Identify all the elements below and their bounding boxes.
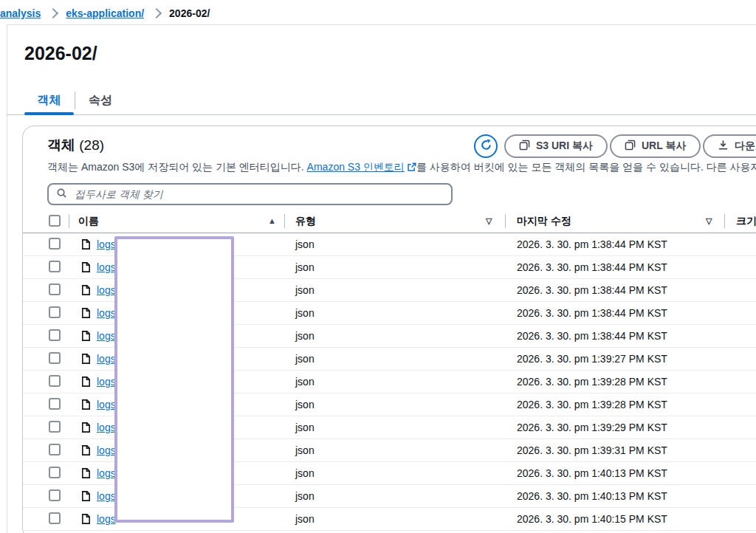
copy-url-label: URL 복사 [642, 140, 686, 153]
row-checkbox[interactable] [49, 444, 61, 455]
object-type: json [295, 485, 315, 507]
row-checkbox[interactable] [49, 421, 61, 433]
objects-count: (28) [79, 137, 104, 153]
column-divider [69, 214, 69, 228]
object-link[interactable]: logs [97, 439, 116, 461]
column-header-type[interactable]: 유형 [295, 210, 316, 231]
file-icon [80, 353, 92, 367]
file-icon [80, 422, 92, 436]
description-text: 객체는 Amazon S3에 저장되어 있는 기본 엔터티입니다. [47, 161, 307, 173]
object-type: json [295, 302, 315, 324]
copy-url-button[interactable]: URL 복사 [610, 134, 701, 158]
object-type: json [295, 279, 315, 301]
select-all-checkbox[interactable] [49, 215, 61, 227]
file-icon [80, 513, 92, 527]
inventory-link[interactable]: Amazon S3 인벤토리 [307, 161, 405, 173]
search-box [47, 183, 453, 205]
row-checkbox[interactable] [49, 238, 61, 250]
copy-s3-uri-button[interactable]: S3 URI 복사 [504, 134, 608, 158]
file-icon [80, 399, 92, 413]
object-link[interactable]: logs [97, 325, 116, 347]
object-modified: 2026. 3. 30. pm 1:38:44 PM KST [517, 279, 667, 301]
row-checkbox[interactable] [49, 489, 61, 501]
object-link[interactable]: logs [97, 462, 116, 484]
tabs-divider [7, 114, 756, 115]
file-icon [80, 284, 92, 298]
object-link[interactable]: logs [97, 233, 116, 255]
download-label: 다운로드 [735, 140, 756, 153]
file-icon [80, 376, 92, 390]
copy-s3-uri-label: S3 URI 복사 [536, 140, 593, 153]
row-checkbox[interactable] [49, 329, 61, 341]
object-link[interactable]: logs [97, 348, 116, 370]
search-icon [56, 188, 67, 202]
objects-heading: 객체 (28) [47, 136, 104, 155]
refresh-button[interactable] [474, 134, 498, 158]
file-icon [80, 261, 92, 275]
breadcrumb-link-analysis[interactable]: analysis [0, 7, 41, 19]
table-header: 이름 ▲ 유형 ▽ 마지막 수정 ▽ 크기 [23, 210, 756, 233]
object-type: json [295, 348, 315, 370]
redaction-overlay [114, 236, 234, 523]
tab-objects[interactable]: 객체 [24, 89, 74, 112]
row-checkbox[interactable] [49, 306, 61, 318]
breadcrumb-link-eks-application[interactable]: eks-application/ [66, 7, 144, 19]
object-link[interactable]: logs [97, 371, 116, 393]
object-modified: 2026. 3. 30. pm 1:39:31 PM KST [517, 439, 667, 461]
search-input[interactable] [73, 188, 444, 201]
object-modified: 2026. 3. 30. pm 1:40:13 PM KST [517, 485, 667, 507]
download-button[interactable]: 다운로드 [703, 134, 756, 158]
row-checkbox[interactable] [49, 467, 61, 478]
object-modified: 2026. 3. 30. pm 1:38:44 PM KST [517, 233, 667, 255]
breadcrumb-current: 2026-02/ [169, 7, 210, 19]
row-checkbox[interactable] [49, 352, 61, 364]
row-checkbox[interactable] [49, 283, 61, 295]
object-link[interactable]: logs [97, 416, 116, 439]
sort-ascending-icon[interactable]: ▲ [268, 210, 276, 231]
active-tab-indicator [24, 112, 74, 115]
object-link[interactable]: logs [97, 279, 116, 301]
objects-description: 객체는 Amazon S3에 저장되어 있는 기본 엔터티입니다. Amazon… [47, 161, 756, 174]
object-modified: 2026. 3. 30. pm 1:38:44 PM KST [517, 302, 667, 324]
object-link[interactable]: logs [97, 393, 116, 416]
sort-icon[interactable]: ▽ [486, 210, 492, 231]
copy-icon [625, 140, 636, 153]
object-link[interactable]: logs [97, 485, 116, 507]
column-header-name[interactable]: 이름 [78, 210, 99, 231]
breadcrumb-separator-icon [48, 8, 58, 18]
column-divider [724, 214, 725, 228]
breadcrumb-separator-icon [151, 8, 162, 18]
object-modified: 2026. 3. 30. pm 1:38:44 PM KST [517, 256, 667, 278]
object-type: json [295, 508, 315, 530]
object-modified: 2026. 3. 30. pm 1:39:27 PM KST [517, 348, 667, 370]
object-modified: 2026. 3. 30. pm 1:40:15 PM KST [517, 508, 667, 530]
object-modified: 2026. 3. 30. pm 1:39:29 PM KST [517, 416, 667, 439]
breadcrumb: analysis eks-application/ 2026-02/ [0, 6, 210, 21]
sort-icon[interactable]: ▽ [706, 210, 712, 231]
copy-icon [519, 140, 530, 153]
s3-objects-page: { "breadcrumb": { "items": ["analysis", … [0, 0, 756, 533]
file-icon [80, 330, 92, 344]
object-link[interactable]: logs [97, 302, 116, 324]
object-type: json [295, 371, 315, 393]
object-type: json [295, 462, 315, 484]
description-text: 를 사용하여 버킷에 있는 모든 객체의 목록을 얻을 수 있습니다. 다른 사… [416, 161, 756, 173]
object-type: json [295, 325, 315, 347]
row-checkbox[interactable] [49, 512, 61, 524]
file-icon [80, 467, 92, 481]
row-checkbox[interactable] [49, 375, 61, 387]
column-header-modified[interactable]: 마지막 수정 [517, 210, 571, 231]
file-icon [80, 238, 92, 252]
object-link[interactable]: logs [97, 508, 116, 530]
object-modified: 2026. 3. 30. pm 1:38:44 PM KST [517, 325, 667, 347]
download-icon [718, 140, 729, 153]
object-modified: 2026. 3. 30. pm 1:40:13 PM KST [517, 462, 667, 484]
column-divider [284, 214, 285, 228]
column-header-size[interactable]: 크기 [736, 210, 756, 231]
object-modified: 2026. 3. 30. pm 1:39:28 PM KST [517, 393, 667, 416]
row-checkbox[interactable] [49, 398, 61, 410]
object-link[interactable]: logs [97, 256, 116, 278]
tab-properties[interactable]: 속성 [75, 89, 126, 112]
row-checkbox[interactable] [49, 261, 61, 272]
file-icon [80, 444, 92, 458]
